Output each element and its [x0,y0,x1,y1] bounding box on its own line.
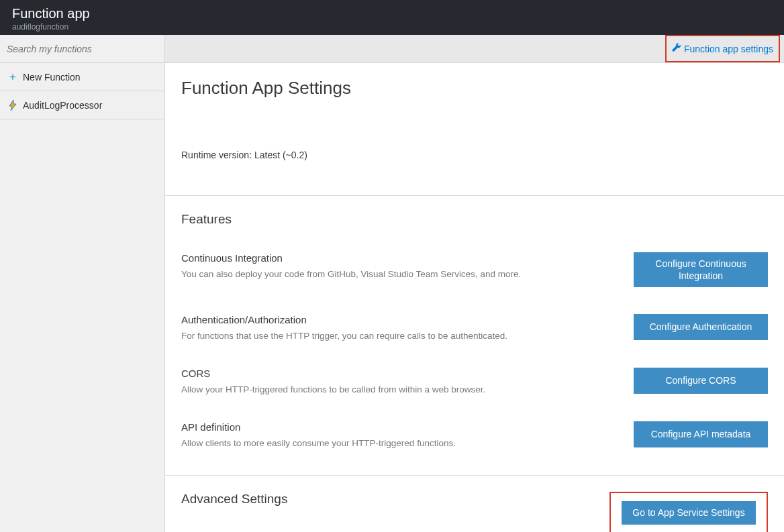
settings-link-label: Function app settings [684,44,773,54]
app-title: Function app [12,5,772,21]
configure-continuous-integration-button[interactable]: Configure Continuous Integration [634,252,768,287]
topbar: Function app auditlogfunction [0,0,784,35]
feature-cors: CORS Allow your HTTP-triggered functions… [181,368,768,394]
app-subtitle: auditlogfunction [12,22,772,32]
sidebar-item-auditlogprocessor[interactable]: AuditLogProcessor [0,91,164,119]
configure-cors-button[interactable]: Configure CORS [634,368,768,393]
configure-api-metadata-button[interactable]: Configure API metadata [634,421,768,447]
sidebar-item-label: AuditLogProcessor [23,100,102,111]
svg-marker-0 [9,100,16,111]
search-input[interactable] [7,44,158,54]
plus-icon: + [7,71,19,83]
runtime-version: Runtime version: Latest (~0.2) [181,150,768,160]
feature-desc: Allow your HTTP-triggered functions to b… [181,384,485,394]
lightning-icon [7,100,19,111]
feature-desc: Allow clients to more easily consume you… [181,438,456,448]
content: Function App Settings Runtime version: L… [165,63,784,532]
sidebar: + New Function AuditLogProcessor [0,35,165,532]
divider [165,195,784,196]
divider [165,475,784,476]
wrench-icon [672,43,681,54]
new-function-button[interactable]: + New Function [0,63,164,91]
configure-authentication-button[interactable]: Configure Authentication [634,314,768,339]
main: Function app settings Function App Setti… [165,35,784,532]
go-to-app-service-settings-button[interactable]: Go to App Service Settings [622,501,756,524]
feature-api-definition: API definition Allow clients to more eas… [181,421,768,448]
feature-continuous-integration: Continuous Integration You can also depl… [181,252,768,287]
feature-authentication: Authentication/Authorization For functio… [181,314,768,341]
feature-desc: For functions that use the HTTP trigger,… [181,331,507,341]
new-function-label: New Function [23,72,81,83]
advanced-settings-section: Advanced Settings You can also manage yo… [181,492,768,532]
function-app-settings-link[interactable]: Function app settings [665,35,780,62]
highlight-box: Go to App Service Settings [609,492,768,532]
feature-title: API definition [181,421,456,433]
feature-title: CORS [181,368,485,379]
feature-desc: You can also deploy your code from GitHu… [181,269,521,279]
feature-title: Authentication/Authorization [181,314,507,325]
features-heading: Features [181,212,768,227]
page-title: Function App Settings [181,78,768,99]
main-toolbar: Function app settings [165,35,784,63]
search-container [0,35,164,63]
advanced-heading: Advanced Settings [181,492,486,507]
feature-title: Continuous Integration [181,252,521,264]
